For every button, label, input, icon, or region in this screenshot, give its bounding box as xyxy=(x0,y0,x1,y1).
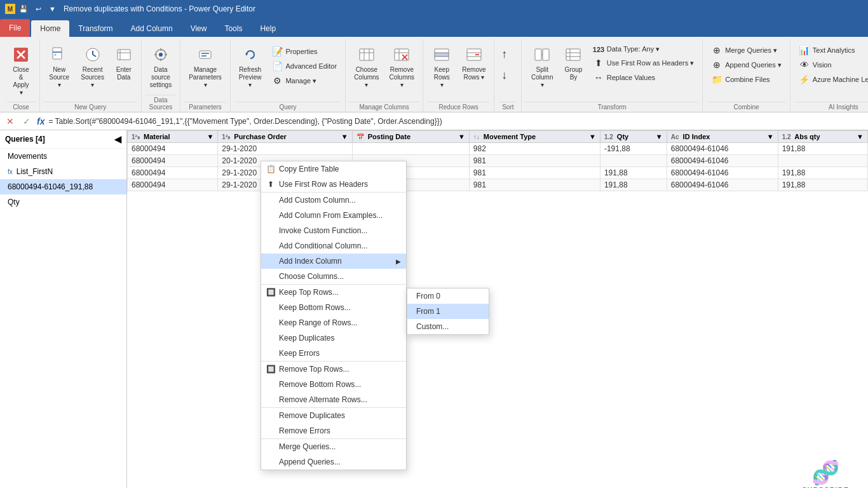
ctx-keep-bottom-rows[interactable]: Keep Bottom Rows... xyxy=(261,300,406,315)
ctx-remove-alternate-rows[interactable]: Remove Alternate Rows... xyxy=(261,392,406,407)
transform-group-label: Transform xyxy=(526,102,698,112)
refresh-preview-button[interactable]: RefreshPreview ▾ xyxy=(234,42,266,92)
col-header-id-index[interactable]: Ac ID Index ▼ xyxy=(667,131,778,143)
quick-dropdown[interactable]: ▼ xyxy=(49,5,56,13)
formula-input[interactable] xyxy=(48,117,864,126)
submenu-from-1[interactable]: From 1 xyxy=(407,304,489,319)
tab-home[interactable]: Home xyxy=(31,20,69,37)
split-column-button[interactable]: SplitColumn ▾ xyxy=(526,42,559,92)
col-header-material[interactable]: 1²₃ Material ▼ xyxy=(128,131,218,143)
ctx-merge-queries[interactable]: Merge Queries... xyxy=(261,438,406,454)
vision-button[interactable]: 👁 Vision xyxy=(794,58,868,72)
tab-add-column[interactable]: Add Column xyxy=(122,20,182,37)
ribbon: Close &Apply ▾ Close + NewSource ▾ Recen… xyxy=(0,37,868,112)
manage-icon: ⚙ xyxy=(271,76,283,86)
sort-label: Sort xyxy=(498,102,517,112)
ctx-keep-errors[interactable]: Keep Errors xyxy=(261,346,406,361)
new-source-button[interactable]: + NewSource ▾ xyxy=(44,42,74,92)
submenu-from-0[interactable]: From 0 xyxy=(407,288,489,304)
query-item-qty[interactable]: Qty xyxy=(0,194,126,210)
ctx-invoke-custom[interactable]: Invoke Custom Function... xyxy=(261,223,406,238)
custom-label: Custom... xyxy=(416,322,449,331)
advanced-editor-label: Advanced Editor xyxy=(285,62,337,70)
properties-button[interactable]: 📝 Properties xyxy=(267,44,341,58)
col-header-posting-date[interactable]: 📅 Posting Date ▼ xyxy=(352,131,469,143)
keep-rows-button[interactable]: KeepRows ▾ xyxy=(427,42,456,92)
ctx-keep-errors-label: Keep Errors xyxy=(279,349,320,358)
ctx-keep-bottom-rows-label: Keep Bottom Rows... xyxy=(279,303,351,312)
submenu: From 0 From 1 Custom... xyxy=(407,288,489,335)
ctx-remove-bottom-rows[interactable]: Remove Bottom Rows... xyxy=(261,377,406,392)
data-source-settings-button[interactable]: Data sourcesettings xyxy=(146,42,176,92)
close-apply-button[interactable]: Close &Apply ▾ xyxy=(6,42,36,99)
split-column-icon xyxy=(532,44,552,65)
sort-asc-button[interactable]: ↑ xyxy=(498,44,517,64)
quick-action[interactable]: ↩ xyxy=(36,5,41,13)
movements-label: Movements xyxy=(8,152,47,161)
ctx-add-custom-col[interactable]: Add Custom Column... xyxy=(261,192,406,208)
ctx-keep-top-rows[interactable]: 🔲 Keep Top Rows... xyxy=(261,284,406,300)
azure-ml-button[interactable]: ⚡ Azure Machine Learning xyxy=(794,72,868,86)
quick-save[interactable]: 💾 xyxy=(19,5,28,13)
advanced-editor-button[interactable]: 📄 Advanced Editor xyxy=(267,59,341,73)
manage-parameters-button[interactable]: ManageParameters ▾ xyxy=(184,42,226,92)
recent-sources-icon xyxy=(83,44,103,65)
ctx-keep-duplicates[interactable]: Keep Duplicates xyxy=(261,330,406,346)
col-header-purchase-order[interactable]: 1²₃ Purchase Order ▼ xyxy=(218,131,352,143)
table-row: 68000494 20-1-2020 981 68000494-61046 xyxy=(128,155,868,167)
formula-cancel-button[interactable]: ✕ xyxy=(4,115,17,128)
ctx-add-index-col[interactable]: Add Index Column ▶ xyxy=(261,254,406,269)
use-first-row-button[interactable]: ⬆ Use First Row as Headers ▾ xyxy=(588,56,698,70)
recent-sources-button[interactable]: RecentSources ▾ xyxy=(76,42,109,92)
ctx-add-custom-col-label: Add Custom Column... xyxy=(279,196,356,205)
ctx-invoke-custom-label: Invoke Custom Function... xyxy=(279,226,367,235)
group-by-button[interactable]: GroupBy xyxy=(560,42,587,84)
tab-help[interactable]: Help xyxy=(251,20,285,37)
ctx-remove-errors[interactable]: Remove Errors xyxy=(261,423,406,438)
close-apply-icon xyxy=(11,44,31,65)
use-first-row-label: Use First Row as Headers ▾ xyxy=(607,59,694,67)
query-item-main[interactable]: 68000494-61046_191,88 xyxy=(0,179,126,194)
remove-rows-button[interactable]: RemoveRows ▾ xyxy=(458,42,491,84)
tab-tools[interactable]: Tools xyxy=(215,20,251,37)
col-header-qty[interactable]: 1.2 Qty ▼ xyxy=(600,131,667,143)
text-analytics-button[interactable]: 📊 Text Analytics xyxy=(794,43,868,57)
query-item-list-firstn[interactable]: fx List_FirstN xyxy=(0,164,126,179)
merge-queries-button[interactable]: ⊕ Merge Queries ▾ xyxy=(707,43,786,57)
replace-values-button[interactable]: ↔ Replace Values xyxy=(588,71,698,85)
combine-files-button[interactable]: 📁 Combine Files xyxy=(707,72,786,86)
ctx-add-conditional[interactable]: Add Conditional Column... xyxy=(261,238,406,254)
data-type-button[interactable]: 123 Data Type: Any ▾ xyxy=(588,43,698,55)
tab-transform[interactable]: Transform xyxy=(69,20,121,37)
tab-view[interactable]: View xyxy=(182,20,216,37)
ctx-remove-top-rows[interactable]: 🔲 Remove Top Rows... xyxy=(261,361,406,377)
submenu-custom[interactable]: Custom... xyxy=(407,319,489,334)
ctx-add-col-examples[interactable]: Add Column From Examples... xyxy=(261,208,406,223)
svg-rect-18 xyxy=(200,51,211,58)
col-header-movement-type[interactable]: ↑↓ Movement Type ▼ xyxy=(469,131,600,143)
append-queries-button[interactable]: ⊕ Append Queries ▾ xyxy=(707,58,786,72)
ctx-remove-duplicates[interactable]: Remove Duplicates xyxy=(261,407,406,423)
ctx-copy-table[interactable]: 📋 Copy Entire Table xyxy=(261,161,406,177)
ctx-keep-range-rows[interactable]: Keep Range of Rows... xyxy=(261,315,406,330)
enter-data-button[interactable]: EnterData xyxy=(111,42,137,84)
split-column-label: SplitColumn ▾ xyxy=(530,66,554,89)
manage-button[interactable]: ⚙ Manage ▾ xyxy=(267,74,341,88)
sort-desc-button[interactable]: ↓ xyxy=(498,65,517,85)
ctx-choose-columns[interactable]: Choose Columns... xyxy=(261,269,406,284)
choose-columns-button[interactable]: ChooseColumns ▾ xyxy=(349,42,383,92)
qty-label: Qty xyxy=(8,198,20,207)
formula-accept-button[interactable]: ✓ xyxy=(20,115,33,128)
refresh-preview-label: RefreshPreview ▾ xyxy=(239,66,262,89)
remove-columns-button[interactable]: RemoveColumns ▾ xyxy=(385,42,419,92)
close-group-label: Close xyxy=(6,102,36,112)
tab-file[interactable]: File xyxy=(0,19,30,37)
queries-collapse-button[interactable]: ◀ xyxy=(114,134,121,144)
query-item-movements[interactable]: Movements xyxy=(0,149,126,164)
ctx-use-first-row[interactable]: ⬆ Use First Row as Headers xyxy=(261,177,406,192)
ctx-append-queries[interactable]: Append Queries... xyxy=(261,454,406,470)
vision-icon: 👁 xyxy=(799,60,810,70)
dna-icon: 🧬 xyxy=(811,459,840,486)
col-header-abs-qty[interactable]: 1.2 Abs qty ▼ xyxy=(778,131,867,143)
context-menu: 📋 Copy Entire Table ⬆ Use First Row as H… xyxy=(261,161,407,470)
